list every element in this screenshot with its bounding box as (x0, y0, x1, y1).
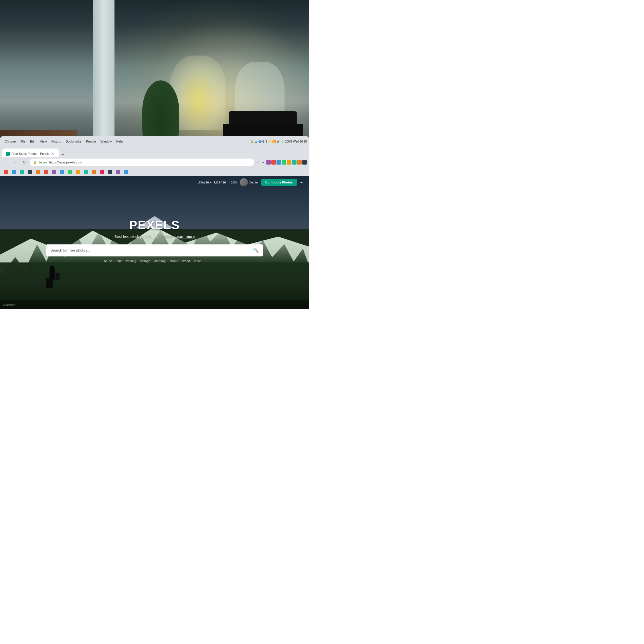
tag-phone[interactable]: phone (170, 259, 179, 262)
bookmark-icon-14 (108, 170, 112, 174)
tag-more[interactable]: more → (194, 259, 205, 262)
bookmark-11[interactable] (82, 169, 90, 174)
bookmark-2[interactable] (10, 169, 18, 174)
bookmark-10[interactable] (74, 169, 82, 174)
back-btn[interactable]: ‹ (2, 159, 10, 166)
address-bar-row: ‹ › ↻ 🔒 Secure https://www.pexels.com ☆ … (0, 157, 309, 167)
pexels-site: Browse ▾ License Tools Daniel Contribute… (0, 176, 309, 309)
bookmark-icon-5 (36, 170, 40, 174)
ext-icon-1[interactable] (266, 160, 271, 165)
ext-icon-3[interactable] (276, 160, 281, 165)
chrome-menu-chrome[interactable]: Chrome (2, 139, 18, 144)
bookmark-icon-2 (12, 170, 16, 174)
bookmark-13[interactable] (98, 169, 106, 174)
browser-tab-pexels[interactable]: Free Stock Photos · Pexels ✕ (2, 149, 59, 157)
bookmark-icon-16 (124, 170, 128, 174)
new-tab-btn[interactable]: + (60, 152, 66, 157)
contribute-photos-button[interactable]: Contribute Photos (261, 179, 297, 186)
ext-icon-6[interactable] (292, 160, 297, 165)
forward-btn[interactable]: › (11, 159, 19, 166)
tag-blur[interactable]: blur (116, 259, 122, 262)
person-body (46, 278, 53, 288)
bookmark-6[interactable] (42, 169, 50, 174)
plant (142, 80, 179, 142)
chrome-menu-history[interactable]: History (49, 139, 63, 144)
tab-favicon (6, 152, 10, 156)
bookmark-icon-8 (60, 170, 64, 174)
tag-vintage[interactable]: vintage (140, 259, 150, 262)
bookmark-9[interactable] (66, 169, 74, 174)
bookmark-star-icon[interactable]: ☆ (256, 160, 260, 165)
bookmark-8[interactable] (58, 169, 66, 174)
bookmark-m[interactable] (2, 169, 10, 174)
reading-icon[interactable]: ≡ (261, 160, 266, 165)
bookmarks-bar (0, 167, 309, 176)
tab-bar: Free Stock Photos · Pexels ✕ + (0, 147, 309, 157)
ext-icon-8[interactable] (302, 160, 307, 165)
tools-link[interactable]: Tools (229, 180, 237, 184)
browse-link[interactable]: Browse ▾ (197, 180, 211, 184)
ext-icon-7[interactable] (297, 160, 302, 165)
learn-more-link[interactable]: Learn more (174, 234, 195, 239)
tab-close-btn[interactable]: ✕ (51, 152, 54, 156)
system-icons-area: 🔒 ☁ 🔷 G S ⚡ 📶 🔊 🔋 100% Wed 16:15 (250, 140, 307, 143)
user-avatar[interactable] (240, 178, 248, 186)
ext-icon-4[interactable] (282, 160, 286, 165)
bookmark-14[interactable] (106, 169, 114, 174)
toolbar-icons: ☆ ≡ (256, 160, 307, 165)
pexels-title: PEXELS (46, 218, 263, 232)
bookmark-16[interactable] (123, 169, 130, 174)
bookmark-icon-11 (84, 170, 88, 174)
chrome-menu-items: Chrome File Edit View History Bookmarks … (2, 139, 125, 144)
address-input[interactable]: 🔒 Secure https://www.pexels.com (30, 159, 254, 166)
ext-icon-2[interactable] (271, 160, 276, 165)
pexels-nav-right: Browse ▾ License Tools Daniel Contribute… (197, 178, 303, 186)
chrome-menu-file[interactable]: File (18, 139, 28, 144)
user-area: Daniel (240, 178, 258, 186)
secure-label: Secure (38, 161, 48, 164)
tag-wood[interactable]: wood (182, 259, 190, 262)
browse-label: Browse (197, 180, 209, 184)
bookmark-5[interactable] (34, 169, 42, 174)
chrome-menu-window[interactable]: Window (98, 139, 114, 144)
bookmark-4[interactable] (26, 169, 34, 174)
ext-icon-5[interactable] (287, 160, 291, 165)
bookmark-icon-7 (52, 170, 56, 174)
address-url: https://www.pexels.com (49, 161, 251, 164)
tag-meeting[interactable]: meeting (154, 259, 165, 262)
bookmark-icon-12 (92, 170, 96, 174)
bookmark-12[interactable] (90, 169, 98, 174)
search-input[interactable] (50, 248, 251, 252)
pexels-nav: Browse ▾ License Tools Daniel Contribute… (0, 176, 309, 189)
searches-label: Searches (3, 303, 15, 307)
screen-bezel: Chrome File Edit View History Bookmarks … (0, 136, 309, 309)
bookmark-icon-m (4, 170, 8, 174)
bottom-search-bar: Searches (0, 301, 309, 309)
bookmark-7[interactable] (50, 169, 58, 174)
pillar (93, 0, 114, 142)
bookmark-3[interactable] (18, 169, 26, 174)
chrome-menu-help[interactable]: Help (114, 139, 125, 144)
bookmark-icon-9 (68, 170, 72, 174)
search-tags: house blur training vintage meeting phon… (46, 259, 263, 262)
pexels-hero-content: PEXELS Best free stock photos in one pla… (46, 218, 263, 262)
more-options-btn[interactable]: ··· (300, 180, 303, 185)
refresh-btn[interactable]: ↻ (21, 159, 28, 166)
tag-house[interactable]: house (104, 259, 112, 262)
chrome-menu-edit[interactable]: Edit (28, 139, 38, 144)
chrome-menu-people[interactable]: People (84, 139, 98, 144)
license-link[interactable]: License (214, 180, 226, 184)
bookmark-icon-4 (28, 170, 32, 174)
chrome-menu-bookmarks[interactable]: Bookmarks (64, 139, 84, 144)
bookmark-icon-13 (100, 170, 104, 174)
secure-icon: 🔒 (33, 161, 37, 164)
bookmark-icon-15 (116, 170, 120, 174)
tag-training[interactable]: training (126, 259, 136, 262)
pexels-subtitle: Best free stock photos in one place. Lea… (46, 234, 263, 238)
chrome-menu-view[interactable]: View (38, 139, 49, 144)
search-icon[interactable]: 🔍 (253, 248, 259, 253)
bookmark-icon-6 (44, 170, 48, 174)
bookmark-15[interactable] (114, 169, 122, 174)
search-container[interactable]: 🔍 (46, 244, 263, 256)
person-backpack (56, 273, 60, 280)
